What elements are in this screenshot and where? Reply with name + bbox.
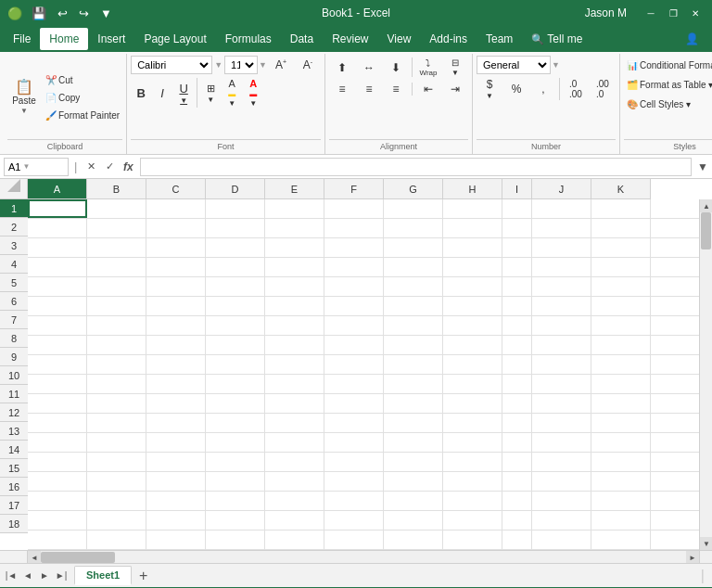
cell-D14[interactable]: [206, 453, 265, 471]
cell-K6[interactable]: [591, 297, 651, 315]
cell-C10[interactable]: [146, 375, 206, 393]
cell-A5[interactable]: [28, 277, 87, 296]
cell-B10[interactable]: [87, 375, 146, 393]
col-header-K[interactable]: K: [591, 179, 651, 199]
tab-nav-last[interactable]: ►|: [54, 569, 69, 583]
cell-E7[interactable]: [265, 316, 324, 335]
cell-J10[interactable]: [532, 375, 591, 393]
cell-G16[interactable]: [384, 492, 443, 510]
cell-A6[interactable]: [28, 297, 87, 315]
menu-formulas[interactable]: Formulas: [216, 28, 281, 50]
sheet-tab-sheet1[interactable]: Sheet1: [74, 566, 132, 585]
cell-I16[interactable]: [502, 492, 532, 510]
cell-I18[interactable]: [502, 530, 532, 549]
vertical-scrollbar[interactable]: ▲ ▼: [699, 199, 712, 550]
number-format-select[interactable]: General: [477, 56, 551, 74]
cell-F1[interactable]: [324, 199, 384, 218]
cell-E5[interactable]: [265, 277, 324, 296]
cell-A16[interactable]: [28, 492, 87, 510]
row-header-1[interactable]: 1: [0, 199, 28, 218]
col-header-A[interactable]: A: [28, 179, 87, 199]
cell-F5[interactable]: [324, 277, 384, 296]
cell-C9[interactable]: [146, 355, 206, 374]
cell-B4[interactable]: [87, 258, 146, 276]
cell-J13[interactable]: [532, 433, 591, 452]
cell-I4[interactable]: [502, 258, 532, 276]
cell-D18[interactable]: [206, 530, 265, 549]
cell-K1[interactable]: [591, 199, 651, 218]
cell-C3[interactable]: [146, 238, 206, 257]
cell-J12[interactable]: [532, 414, 591, 432]
cell-J6[interactable]: [532, 297, 591, 315]
scroll-down-button[interactable]: ▼: [700, 537, 712, 550]
cell-D16[interactable]: [206, 492, 265, 510]
cell-A9[interactable]: [28, 355, 87, 374]
v-scroll-thumb[interactable]: [701, 212, 711, 249]
cell-G13[interactable]: [384, 433, 443, 452]
decrease-indent-button[interactable]: ⇤: [415, 81, 441, 97]
cell-D13[interactable]: [206, 433, 265, 452]
menu-team[interactable]: Team: [477, 28, 522, 50]
row-header-14[interactable]: 14: [0, 441, 28, 459]
cell-D4[interactable]: [206, 258, 265, 276]
cell-B3[interactable]: [87, 238, 146, 257]
cut-button[interactable]: ✂️ Cut: [43, 71, 122, 88]
scroll-right-button[interactable]: ►: [686, 551, 699, 563]
cell-I8[interactable]: [502, 336, 532, 354]
cell-I10[interactable]: [502, 375, 532, 393]
font-size-select[interactable]: 11: [224, 56, 258, 74]
cell-C13[interactable]: [146, 433, 206, 452]
cell-H4[interactable]: [443, 258, 502, 276]
cell-styles-button[interactable]: 🎨 Cell Styles ▾: [624, 95, 712, 113]
col-header-H[interactable]: H: [443, 179, 502, 199]
cell-H16[interactable]: [443, 492, 502, 510]
row-header-13[interactable]: 13: [0, 422, 28, 441]
cell-H2[interactable]: [443, 219, 502, 237]
cell-F8[interactable]: [324, 336, 384, 354]
cell-C16[interactable]: [146, 492, 206, 510]
menu-account[interactable]: 👤: [676, 28, 708, 50]
cell-B14[interactable]: [87, 453, 146, 471]
cell-G2[interactable]: [384, 219, 443, 237]
cell-E8[interactable]: [265, 336, 324, 354]
cell-I7[interactable]: [502, 316, 532, 335]
cell-A15[interactable]: [28, 472, 87, 491]
name-box-dropdown[interactable]: ▼: [22, 162, 30, 171]
cell-G10[interactable]: [384, 375, 443, 393]
cell-K17[interactable]: [591, 511, 651, 530]
cell-J4[interactable]: [532, 258, 591, 276]
cell-G8[interactable]: [384, 336, 443, 354]
row-header-7[interactable]: 7: [0, 311, 28, 329]
cell-G18[interactable]: [384, 530, 443, 549]
cell-K2[interactable]: [591, 219, 651, 237]
cell-A2[interactable]: [28, 219, 87, 237]
row-header-16[interactable]: 16: [0, 478, 28, 496]
increase-indent-button[interactable]: ⇥: [442, 81, 468, 97]
cell-F2[interactable]: [324, 219, 384, 237]
border-button[interactable]: ⊞▼: [200, 81, 221, 106]
cell-H6[interactable]: [443, 297, 502, 315]
cell-F10[interactable]: [324, 375, 384, 393]
cell-C5[interactable]: [146, 277, 206, 296]
cell-F7[interactable]: [324, 316, 384, 335]
menu-file[interactable]: File: [4, 28, 40, 50]
cell-C17[interactable]: [146, 511, 206, 530]
cell-C6[interactable]: [146, 297, 206, 315]
cell-D1[interactable]: [206, 199, 265, 218]
align-center-button[interactable]: ≡: [356, 81, 382, 97]
cell-K4[interactable]: [591, 258, 651, 276]
font-family-select[interactable]: Calibri: [131, 56, 212, 74]
row-header-11[interactable]: 11: [0, 385, 28, 403]
cell-G3[interactable]: [384, 238, 443, 257]
cell-K9[interactable]: [591, 355, 651, 374]
cell-C1[interactable]: [146, 199, 206, 218]
cell-B15[interactable]: [87, 472, 146, 491]
format-as-table-button[interactable]: 🗂️ Format as Table ▾: [624, 75, 712, 94]
quick-access-dropdown[interactable]: ▼: [98, 6, 114, 21]
cell-B1[interactable]: [87, 199, 146, 218]
increase-font-button[interactable]: A+: [268, 58, 294, 72]
cell-F13[interactable]: [324, 433, 384, 452]
cell-A8[interactable]: [28, 336, 87, 354]
cell-G14[interactable]: [384, 453, 443, 471]
row-header-18[interactable]: 18: [0, 515, 28, 533]
